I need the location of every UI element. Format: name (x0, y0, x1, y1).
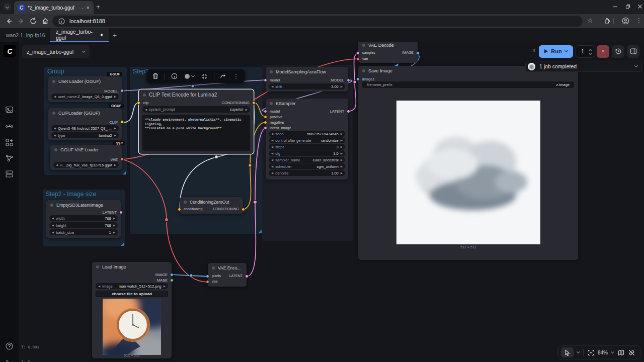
widget-batch-size[interactable]: ◀batch_size1▶ (49, 229, 118, 235)
widget-left-arrow[interactable]: ◀ (271, 165, 273, 168)
toggle-links-icon[interactable] (628, 349, 635, 356)
widget-right-arrow[interactable]: ▶ (341, 145, 343, 148)
port-conditioning-in[interactable] (178, 208, 181, 211)
window-minimize-button[interactable] (612, 4, 619, 11)
port-model-out[interactable] (120, 89, 124, 93)
port-clip-in[interactable] (137, 101, 140, 105)
widget-right-arrow[interactable]: ▶ (164, 285, 166, 288)
generated-cloud-image[interactable] (396, 101, 540, 244)
collapse-dot[interactable] (270, 102, 273, 105)
widget-left-arrow[interactable]: ◀ (271, 158, 273, 161)
drag-handle-icon[interactable]: ⠿ (532, 50, 536, 52)
widget-seed[interactable]: ◀seed568235718474645▶ (269, 131, 345, 137)
port-latent-out[interactable] (347, 110, 350, 113)
widget-right-arrow[interactable]: ▶ (114, 127, 116, 130)
widget-clip-type[interactable]: ◀ type lumina2 ▶ (51, 132, 119, 138)
widget-left-arrow[interactable]: ◀ (54, 134, 56, 137)
clear-queue-button[interactable]: × (597, 45, 609, 58)
bookmark-star-icon[interactable]: ☆ (586, 17, 594, 25)
more-options-icon[interactable]: ⋮ (232, 73, 239, 80)
workflow-tab-wan[interactable]: wan2.1_inp-fp16 (0, 28, 51, 42)
workflow-tab-zimage[interactable]: z_image_turbo-gguf (50, 28, 109, 42)
node-unet-loader[interactable]: Unet Loader (GGUF) MODEL ◀ unet_name Z_I… (48, 76, 122, 102)
widget-left-arrow[interactable]: ◀ (54, 95, 56, 98)
collapse-dot[interactable] (270, 70, 273, 73)
widget-left-arrow[interactable]: ◀ (271, 85, 273, 88)
widget-right-arrow[interactable]: ▶ (341, 85, 343, 88)
port-conditioning-out[interactable] (252, 101, 256, 105)
widget-right-arrow[interactable]: ▶ (113, 231, 115, 234)
node-vae-loader[interactable]: GGUF VAE Loader VAE ◀ va ... pig_flux_va… (50, 145, 122, 170)
widget-left-arrow[interactable]: ◀ (52, 224, 54, 227)
back-button[interactable] (5, 17, 13, 25)
node-load-image[interactable]: Load Image IMAGE MASK ◀ image man-watch_… (92, 262, 172, 358)
port-conditioning-out[interactable] (242, 208, 245, 211)
widget-height[interactable]: ◀height768▶ (49, 222, 118, 228)
widget-denoise[interactable]: ◀denoise1.00▶ (269, 170, 345, 176)
collapse-dot[interactable] (362, 69, 365, 72)
port-image-out[interactable] (416, 51, 420, 55)
widget-right-arrow[interactable]: ▶ (113, 224, 115, 227)
collapse-dot[interactable] (362, 44, 365, 47)
widget-right-arrow[interactable]: ▶ (113, 217, 115, 220)
zoom-chevron-icon[interactable] (611, 350, 614, 353)
extensions-icon[interactable] (603, 17, 611, 25)
panel-toggle-button[interactable] (627, 45, 639, 58)
tab-search-button[interactable] (4, 3, 11, 11)
widget-right-arrow[interactable]: ▶ (246, 108, 248, 111)
widget-left-arrow[interactable]: ◀ (271, 145, 273, 148)
zoom-level[interactable]: 84% (598, 350, 608, 355)
prompt-textarea[interactable]: **cloudy environment, photorealistic**, … (142, 115, 250, 151)
collapse-dot[interactable] (52, 80, 55, 83)
chevron-down-icon[interactable] (634, 64, 638, 67)
widget-right-arrow[interactable]: ▶ (114, 163, 116, 166)
node-clip-loader[interactable]: CLIPLoader (GGUF) CLIP ◀ Qwen3-4B-Instru… (48, 108, 122, 140)
node-save-image[interactable]: Save Image images filename_prefix z-imag… (358, 66, 578, 260)
node-empty-sd3-latent[interactable]: EmptySD3LatentImage LATENT ◀width768▶ ◀h… (46, 200, 121, 238)
home-button[interactable] (41, 17, 49, 25)
collapse-dot[interactable] (50, 204, 53, 207)
widget-left-arrow[interactable]: ◀ (52, 231, 54, 234)
widget-right-arrow[interactable]: ▶ (114, 134, 116, 137)
history-button[interactable] (612, 45, 624, 58)
port-vae-out[interactable] (120, 157, 124, 161)
widget-vae-name[interactable]: ◀ va ... pig_flux_vae_fp32-f16.gguf ▶ (53, 162, 119, 168)
window-close-button[interactable] (636, 4, 643, 11)
collapse-dot[interactable] (212, 266, 215, 269)
profile-avatar[interactable] (621, 17, 629, 25)
port-clip-out[interactable] (120, 120, 124, 124)
node-color-picker[interactable] (183, 73, 195, 80)
new-tab-button[interactable]: + (95, 4, 102, 11)
node-ksampler[interactable]: KSampler model positive negative latent_… (266, 99, 348, 179)
pointer-tool-button[interactable] (561, 347, 574, 357)
widget-left-arrow[interactable]: ◀ (271, 132, 273, 135)
widget-left-arrow[interactable]: ◀ (271, 139, 273, 142)
widget-left-arrow[interactable]: ◀ (271, 152, 273, 155)
collapse-dot[interactable] (52, 112, 55, 115)
workflows-icon[interactable] (5, 169, 14, 178)
node-model-sampling-auraflow[interactable]: ModelSamplingAuraFlow model MODEL ◀ shif… (266, 67, 348, 92)
widget-width[interactable]: ◀width768▶ (49, 215, 118, 221)
port-model-out[interactable] (347, 78, 350, 82)
site-info-icon[interactable] (58, 18, 65, 25)
node-clip-text-encode[interactable]: CLIP Text Encode for Lumina2 clip CONDIT… (139, 89, 254, 154)
port-latent-out[interactable] (119, 211, 123, 214)
node-vae-decode[interactable]: VAE Decode samples IMAGE vae (358, 40, 418, 63)
help-icon[interactable] (5, 342, 14, 350)
collapse-dot[interactable] (54, 148, 57, 151)
port-vae-in[interactable] (356, 57, 360, 61)
widget-shift[interactable]: ◀ shift 3.00 ▶ (269, 83, 345, 89)
widget-left-arrow[interactable]: ◀ (145, 108, 147, 111)
collapse-dot[interactable] (96, 265, 99, 268)
fit-view-icon[interactable] (587, 349, 594, 356)
browser-menu-icon[interactable]: ⋮ (635, 17, 643, 25)
comfyui-logo[interactable]: C (4, 45, 16, 57)
widget-left-arrow[interactable]: ◀ (52, 217, 54, 220)
port-pixels-in[interactable] (206, 275, 209, 278)
port-model-in[interactable] (264, 78, 267, 82)
redo-icon[interactable] (220, 73, 227, 80)
model-library-icon[interactable] (5, 154, 14, 162)
collapse-node-icon[interactable] (201, 73, 208, 80)
reload-button[interactable] (29, 17, 37, 25)
widget-filename-prefix[interactable]: filename_prefix z-image (362, 81, 574, 88)
